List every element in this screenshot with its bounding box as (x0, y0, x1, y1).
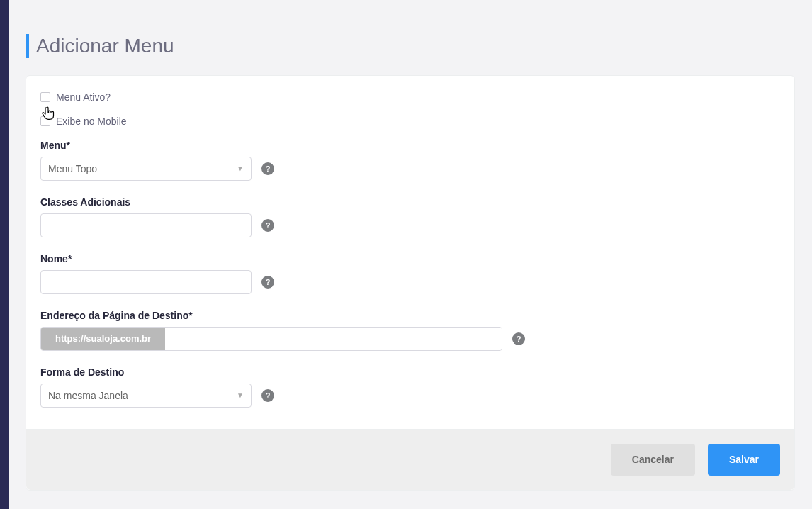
menu-select[interactable]: Menu Topo ▼ (40, 157, 252, 181)
destino-select-value: Na mesma Janela (48, 390, 128, 401)
exibe-mobile-checkbox[interactable] (40, 116, 50, 126)
classes-help-icon[interactable]: ? (261, 219, 274, 232)
classes-label: Classes Adicionais (40, 196, 780, 208)
menu-select-value: Menu Topo (48, 163, 97, 174)
form-card: Menu Ativo? Exibe no Mobile Menu* Menu T… (26, 75, 795, 491)
content-area: Adicionar Menu Menu Ativo? Exibe no Mobi… (9, 0, 812, 509)
page-title: Adicionar Menu (26, 34, 795, 58)
menu-label: Menu* (40, 140, 780, 151)
endereco-field-row: https://sualoja.com.br ? (40, 327, 780, 351)
destino-select[interactable]: Na mesma Janela ▼ (40, 384, 252, 408)
classes-input[interactable] (40, 213, 252, 237)
page-title-wrap: Adicionar Menu (9, 0, 812, 75)
nome-help-icon[interactable]: ? (261, 276, 274, 289)
endereco-help-icon[interactable]: ? (512, 332, 525, 345)
classes-field-group: Classes Adicionais ? (40, 196, 780, 237)
menu-ativo-label: Menu Ativo? (56, 91, 111, 103)
endereco-input-wrap: https://sualoja.com.br (40, 327, 502, 351)
classes-field-row: ? (40, 213, 780, 237)
destino-field-row: Na mesma Janela ▼ ? (40, 384, 780, 408)
exibe-mobile-row: Exibe no Mobile (40, 116, 780, 127)
sidebar-strip (0, 0, 9, 509)
menu-help-icon[interactable]: ? (261, 162, 274, 175)
destino-field-group: Forma de Destino Na mesma Janela ▼ ? (40, 367, 780, 408)
endereco-field-group: Endereço da Página de Destino* https://s… (40, 310, 780, 351)
endereco-prefix: https://sualoja.com.br (41, 328, 165, 350)
chevron-down-icon: ▼ (237, 391, 244, 399)
menu-field-row: Menu Topo ▼ ? (40, 157, 780, 181)
menu-field-group: Menu* Menu Topo ▼ ? (40, 140, 780, 181)
nome-label: Nome* (40, 253, 780, 264)
endereco-label: Endereço da Página de Destino* (40, 310, 780, 321)
nome-input[interactable] (40, 270, 252, 294)
destino-help-icon[interactable]: ? (261, 389, 274, 402)
exibe-mobile-label: Exibe no Mobile (56, 116, 127, 127)
destino-label: Forma de Destino (40, 367, 780, 378)
chevron-down-icon: ▼ (237, 164, 244, 172)
nome-field-group: Nome* ? (40, 253, 780, 294)
nome-field-row: ? (40, 270, 780, 294)
card-footer: Cancelar Salvar (26, 429, 794, 490)
menu-ativo-checkbox[interactable] (40, 92, 50, 102)
card-body: Menu Ativo? Exibe no Mobile Menu* Menu T… (26, 76, 794, 429)
save-button[interactable]: Salvar (708, 444, 780, 476)
menu-ativo-row: Menu Ativo? (40, 91, 780, 103)
cancel-button[interactable]: Cancelar (611, 444, 695, 476)
endereco-input[interactable] (165, 328, 502, 350)
